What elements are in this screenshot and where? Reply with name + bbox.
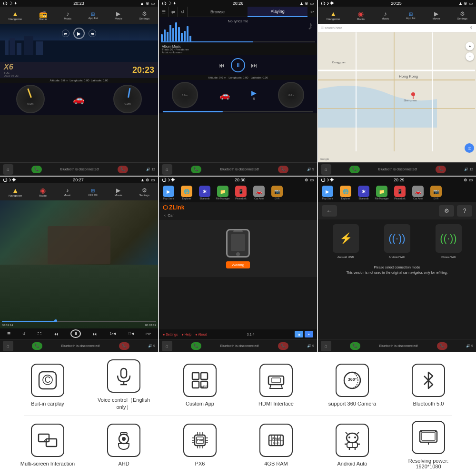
home-btn-3[interactable]: ⌂ xyxy=(321,164,331,175)
prev-track[interactable]: ⏮ xyxy=(218,61,225,69)
svg-point-58 xyxy=(354,436,356,438)
aspect-icon[interactable]: ⬚◀ xyxy=(128,332,134,336)
nav-music-1[interactable]: ♪ Music xyxy=(64,10,71,20)
option-android-wifi[interactable]: ((·)) Android WiFi xyxy=(384,224,410,258)
answer-btn-1[interactable]: 📞 xyxy=(31,166,42,173)
nav-movie-4[interactable]: ▶ Movie xyxy=(115,187,122,197)
hangup-btn-1[interactable]: 📞 xyxy=(118,166,128,173)
nav-app-4[interactable]: ⊞ App list xyxy=(88,188,98,196)
option-iphone-wifi[interactable]: ((·)) iPhone WiFi xyxy=(436,224,462,258)
browse-tab[interactable]: Browse xyxy=(188,7,248,17)
nav-movie-3[interactable]: ▶ Movie xyxy=(433,10,440,20)
playlist-icon[interactable]: ☰ xyxy=(7,332,10,336)
app-bt-6[interactable]: ✱ Bluetooth xyxy=(355,186,372,200)
app-store-6[interactable]: ▶ Play Store xyxy=(319,186,336,200)
car-center-icon: 🚗 xyxy=(73,93,85,105)
pause-btn[interactable]: ⏸ xyxy=(231,58,245,72)
nav-movie-1[interactable]: ▶ Movie xyxy=(115,10,122,20)
ram-label: 4GB RAM xyxy=(264,461,288,466)
option-android-usb[interactable]: ⚡ Android USB xyxy=(333,224,359,258)
back-btn-conn[interactable]: ← xyxy=(322,205,337,217)
chip-icon-svg: PX6 xyxy=(190,430,210,450)
vol-1: 🔊 12 xyxy=(146,168,155,171)
app-dvr-6[interactable]: 📷 DVR xyxy=(427,186,445,200)
zoom-out[interactable]: − xyxy=(466,52,474,61)
nav-music-3[interactable]: ♪ Music xyxy=(382,10,389,20)
app-phonelink-6[interactable]: 📱 PhoneLink xyxy=(391,186,408,200)
answer-btn-3[interactable]: 📞 xyxy=(349,166,360,173)
nav-navigation-1[interactable]: ▲ Navigation xyxy=(9,10,22,20)
nav-settings-3[interactable]: ⚙ Settings xyxy=(457,10,467,20)
home-btn-4[interactable]: ⌂ xyxy=(3,341,13,351)
answer-btn-4[interactable]: 📞 xyxy=(32,342,42,350)
nav-applist-1[interactable]: ⊞ App list xyxy=(89,11,98,20)
movie-icon: ▶ xyxy=(116,10,120,17)
prev-vid[interactable]: ⏮ xyxy=(54,331,59,337)
answer-btn-5[interactable]: 📞 xyxy=(191,342,201,350)
pause-vid[interactable]: ⏸ xyxy=(70,329,81,338)
play-btn[interactable]: ▶ xyxy=(73,28,85,39)
home-btn-2[interactable]: ⌂ xyxy=(162,164,172,175)
home-btn-5[interactable]: ⌂ xyxy=(162,341,172,351)
app-phonelink[interactable]: 📱 PhoneLink xyxy=(232,186,249,200)
app-bt[interactable]: ✱ Bluetooth xyxy=(196,186,213,200)
nav-settings-4[interactable]: ⚙ Settings xyxy=(139,187,149,197)
app-explorer-6[interactable]: 🌐 Explorer xyxy=(337,186,354,200)
hangup-btn-5[interactable]: 📞 xyxy=(278,342,288,350)
nav-nav-4[interactable]: ▲ Navigation xyxy=(9,187,22,197)
my-location-btn[interactable]: ◎ xyxy=(465,143,474,153)
maps-icon: ▲ xyxy=(305,331,313,337)
nav-nav-3[interactable]: ▲ Navigation xyxy=(327,10,340,20)
map-view[interactable]: Hong Kong Dongguan Shenzhen + − ◎ Google xyxy=(318,32,476,162)
answer-btn-2[interactable]: 📞 xyxy=(191,166,201,173)
map-search[interactable]: ☰ search here 🎙 xyxy=(318,24,476,32)
repeat-icon-vid[interactable]: ↺ xyxy=(22,332,26,336)
back-icon-music[interactable]: ↩ xyxy=(307,7,317,17)
hangup-btn-4[interactable]: 📞 xyxy=(119,342,129,350)
speed-icon[interactable]: 1x◀ xyxy=(110,332,116,336)
nav-app-3[interactable]: ⊞ App list xyxy=(406,11,416,20)
app-carauto[interactable]: 🚗 Car Auto xyxy=(250,186,268,200)
android-usb-label: Android USB xyxy=(337,256,354,258)
nav-settings-1[interactable]: ⚙ Settings xyxy=(139,10,150,20)
hangup-btn-6[interactable]: 📞 xyxy=(437,342,447,350)
battery-icon: ▭ xyxy=(151,1,155,6)
app-carauto-6[interactable]: 🚗 Car Auto xyxy=(409,186,426,200)
music-tab-bar: ☰ ⇌ ↺ Browse Playing ↩ xyxy=(159,7,317,17)
360-icon-svg: 360° xyxy=(342,370,362,390)
next-btn[interactable]: ⏭ xyxy=(89,30,96,37)
nav-radio-3[interactable]: ◉ Radio xyxy=(357,10,365,20)
feature-hdmi: HDMI Interface xyxy=(243,364,309,407)
nav-radio-4[interactable]: ◉ Radio xyxy=(39,187,47,197)
repeat-icon[interactable]: ↺ xyxy=(178,7,188,17)
video-progress[interactable] xyxy=(2,321,156,322)
answer-btn-6[interactable]: 📞 xyxy=(350,342,360,350)
app-dvr[interactable]: 📷 DVR xyxy=(268,186,286,200)
home-btn-6[interactable]: ⌂ xyxy=(321,341,331,351)
shuffle-icon[interactable]: ⇌ xyxy=(169,7,178,17)
fullscreen-icon[interactable]: ⛶ xyxy=(38,332,41,336)
map-content: ☰ search here 🎙 xyxy=(318,24,476,162)
hangup-btn-2[interactable]: 📞 xyxy=(278,166,288,173)
svg-rect-24 xyxy=(272,378,280,383)
app-filemgr[interactable]: 📁 File Manager xyxy=(214,186,231,200)
app-store[interactable]: ▶ Play Store xyxy=(160,186,177,200)
home-btn-1[interactable]: ⌂ xyxy=(3,164,13,175)
prev-btn[interactable]: ⏮ xyxy=(62,30,69,37)
next-track[interactable]: ⏭ xyxy=(251,61,258,69)
mic-icon-map[interactable]: 🎙 xyxy=(470,26,473,30)
pip-label[interactable]: PIP xyxy=(146,332,151,336)
help-btn-conn[interactable]: ? xyxy=(457,205,472,217)
settings-btn-conn[interactable]: ⚙ xyxy=(439,205,454,217)
zoom-in[interactable]: + xyxy=(466,42,474,50)
app-explorer[interactable]: 🌐 Explorer xyxy=(178,186,195,200)
list-icon[interactable]: ☰ xyxy=(159,7,169,17)
moon-icon-2: ☽ xyxy=(168,1,171,6)
nav-music-4[interactable]: ♪ Music xyxy=(64,187,71,197)
playing-tab[interactable]: Playing xyxy=(248,7,307,17)
app-filemgr-6[interactable]: 📁 File Manager xyxy=(373,186,390,200)
hangup-btn-3[interactable]: 📞 xyxy=(436,166,446,173)
nav-radio-1[interactable]: 📻 Radio xyxy=(39,10,47,20)
car-back[interactable]: ＜ Car xyxy=(159,213,317,220)
next-vid[interactable]: ⏭ xyxy=(93,331,98,337)
